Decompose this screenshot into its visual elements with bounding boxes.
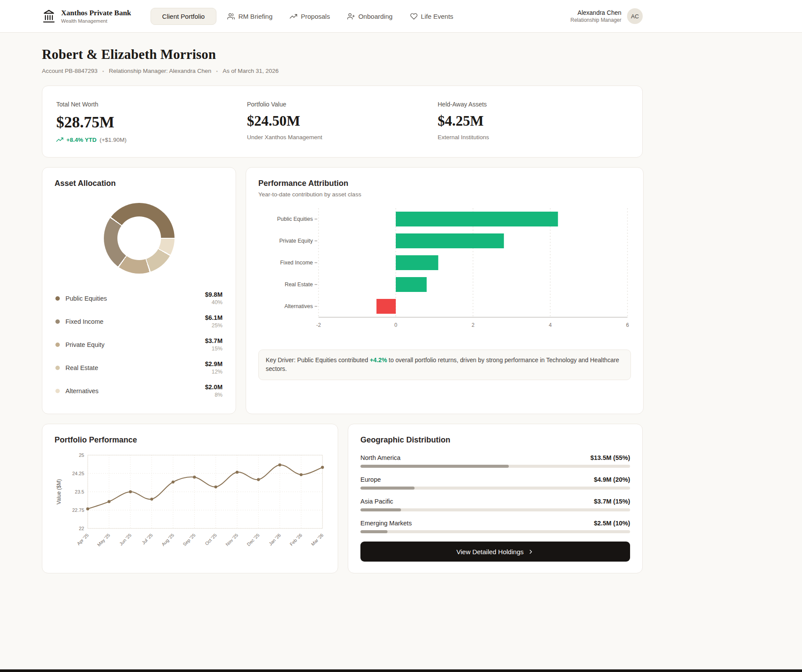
geo-region-label: North America bbox=[360, 454, 401, 461]
svg-text:22: 22 bbox=[79, 526, 84, 531]
page-title: Robert & Elizabeth Morrison bbox=[42, 47, 643, 62]
geo-progress-fill bbox=[360, 487, 415, 490]
legend-label: Private Equity bbox=[65, 341, 104, 348]
client-meta: Account PB-8847293 • Relationship Manage… bbox=[42, 68, 643, 74]
top-navigation-bar: Xanthos Private Bank Wealth Management C… bbox=[0, 0, 802, 33]
nav-onboarding[interactable]: Onboarding bbox=[341, 8, 399, 25]
data-point-apr--25 bbox=[86, 507, 89, 511]
data-point-oct--25 bbox=[214, 485, 217, 488]
geo-region-label: Emerging Markets bbox=[360, 520, 412, 527]
svg-text:Nov '25: Nov '25 bbox=[224, 532, 239, 547]
portfolio-performance-title: Portfolio Performance bbox=[55, 435, 326, 445]
svg-text:6: 6 bbox=[626, 322, 629, 328]
held-away-value: $4.25M bbox=[438, 113, 628, 129]
bar-real-estate bbox=[396, 277, 427, 292]
legend-value: $2.9M bbox=[205, 360, 223, 367]
svg-text:2: 2 bbox=[472, 322, 475, 328]
geographic-distribution-card: Geographic Distribution North America$13… bbox=[348, 424, 643, 573]
legend-item-real-estate: Real Estate$2.9M12% bbox=[55, 356, 223, 379]
geographic-distribution-title: Geographic Distribution bbox=[360, 435, 630, 445]
svg-text:24.25: 24.25 bbox=[72, 471, 84, 476]
view-detailed-holdings-label: View Detailed Holdings bbox=[456, 548, 524, 555]
summary-card: Total Net Worth $28.75M +8.4% YTD (+$1.9… bbox=[42, 86, 643, 158]
meta-separator: • bbox=[216, 69, 218, 74]
legend-label: Alternatives bbox=[65, 387, 99, 394]
geo-region-value: $2.5M (10%) bbox=[594, 520, 630, 527]
legend-values: $2.9M12% bbox=[205, 360, 223, 375]
meta-separator: • bbox=[103, 69, 104, 74]
geo-region-label: Europe bbox=[360, 476, 381, 483]
geo-row-asia-pacific: Asia Pacific$3.7M (15%) bbox=[360, 498, 630, 511]
data-point-jan--26 bbox=[278, 463, 281, 466]
brand-text: Xanthos Private Bank Wealth Management bbox=[61, 9, 131, 24]
bank-logo-icon bbox=[42, 9, 56, 23]
svg-text:Dec '25: Dec '25 bbox=[246, 532, 260, 547]
svg-text:Sep '25: Sep '25 bbox=[182, 532, 197, 547]
data-point-nov--25 bbox=[236, 471, 239, 474]
legend-label: Real Estate bbox=[65, 364, 98, 371]
svg-text:-2: -2 bbox=[316, 322, 321, 328]
net-worth-label: Total Net Worth bbox=[56, 101, 247, 108]
legend-value: $6.1M bbox=[205, 314, 223, 321]
svg-text:Oct '25: Oct '25 bbox=[204, 532, 218, 546]
legend-item-public-equities: Public Equities$9.8M40% bbox=[55, 287, 223, 310]
geo-region-value: $4.9M (20%) bbox=[594, 476, 630, 483]
ytd-change: +8.4% YTD bbox=[66, 137, 96, 143]
brand[interactable]: Xanthos Private Bank Wealth Management bbox=[42, 9, 131, 24]
nav-label: RM Briefing bbox=[238, 13, 272, 20]
nav-life-events[interactable]: Life Events bbox=[404, 8, 460, 25]
nav-rm-briefing[interactable]: RM Briefing bbox=[221, 8, 279, 25]
geo-rows: North America$13.5M (55%)Europe$4.9M (20… bbox=[360, 454, 630, 542]
asset-allocation-title: Asset Allocation bbox=[55, 179, 223, 188]
nav-client-portfolio[interactable]: Client Portfolio bbox=[151, 8, 217, 25]
bottom-edge bbox=[0, 669, 802, 672]
people-icon bbox=[227, 13, 235, 20]
geo-progress-fill bbox=[360, 530, 387, 533]
bar-alternatives bbox=[377, 299, 396, 314]
geo-row-europe: Europe$4.9M (20%) bbox=[360, 476, 630, 490]
legend-label: Fixed Income bbox=[65, 318, 103, 325]
held-away-sub: External Institutions bbox=[438, 134, 628, 141]
svg-text:Apr '25: Apr '25 bbox=[76, 532, 90, 546]
nav-label: Proposals bbox=[301, 13, 330, 20]
net-worth-change: +8.4% YTD (+$1.90M) bbox=[56, 136, 247, 143]
nav-label: Life Events bbox=[421, 13, 453, 20]
user-menu[interactable]: Alexandra Chen Relationship Manager AC bbox=[570, 8, 643, 24]
legend-dot bbox=[55, 389, 60, 393]
main-content: Robert & Elizabeth Morrison Account PB-8… bbox=[42, 33, 643, 573]
svg-text:Public Equities: Public Equities bbox=[277, 216, 313, 222]
key-driver-prefix: Key Driver: Public Equities contributed bbox=[266, 357, 370, 363]
svg-text:Real Estate: Real Estate bbox=[284, 281, 313, 288]
allocation-donut-chart bbox=[104, 203, 175, 274]
trending-up-icon bbox=[56, 136, 63, 143]
data-point-aug--25 bbox=[171, 480, 175, 483]
bar-public-equities bbox=[396, 212, 558, 226]
data-point-mar--26 bbox=[321, 466, 324, 469]
avatar[interactable]: AC bbox=[627, 8, 643, 24]
geo-progress-track bbox=[360, 487, 630, 490]
svg-text:Mar '26: Mar '26 bbox=[310, 532, 324, 547]
legend-item-fixed-income: Fixed Income$6.1M25% bbox=[55, 310, 223, 333]
nav-label: Onboarding bbox=[358, 13, 392, 20]
attribution-bar-chart: -20246Public EquitiesPrivate EquityFixed… bbox=[258, 206, 631, 335]
svg-text:Jul '25: Jul '25 bbox=[141, 532, 154, 545]
legend-value: $2.0M bbox=[205, 384, 223, 391]
chevron-right-icon bbox=[528, 549, 534, 555]
user-text: Alexandra Chen Relationship Manager bbox=[570, 9, 621, 23]
nav-proposals[interactable]: Proposals bbox=[283, 8, 336, 25]
geo-progress-track bbox=[360, 530, 630, 533]
bottom-row: Portfolio Performance 2222.7523.524.2525… bbox=[42, 424, 643, 573]
svg-text:22.75: 22.75 bbox=[72, 507, 84, 513]
svg-text:0: 0 bbox=[394, 322, 398, 328]
data-point-feb--26 bbox=[300, 473, 303, 476]
view-detailed-holdings-button[interactable]: View Detailed Holdings bbox=[360, 542, 630, 562]
legend-item-alternatives: Alternatives$2.0M8% bbox=[55, 379, 223, 402]
donut-hole bbox=[117, 216, 161, 260]
svg-text:Alternatives: Alternatives bbox=[284, 303, 313, 309]
legend-value: $3.7M bbox=[205, 337, 223, 344]
svg-text:Feb '26: Feb '26 bbox=[288, 532, 303, 547]
svg-text:Aug '25: Aug '25 bbox=[161, 532, 175, 547]
ytd-change-amount: (+$1.90M) bbox=[99, 137, 127, 143]
performance-attribution-title: Performance Attribution bbox=[258, 179, 631, 188]
portfolio-value-label: Portfolio Value bbox=[247, 101, 438, 108]
